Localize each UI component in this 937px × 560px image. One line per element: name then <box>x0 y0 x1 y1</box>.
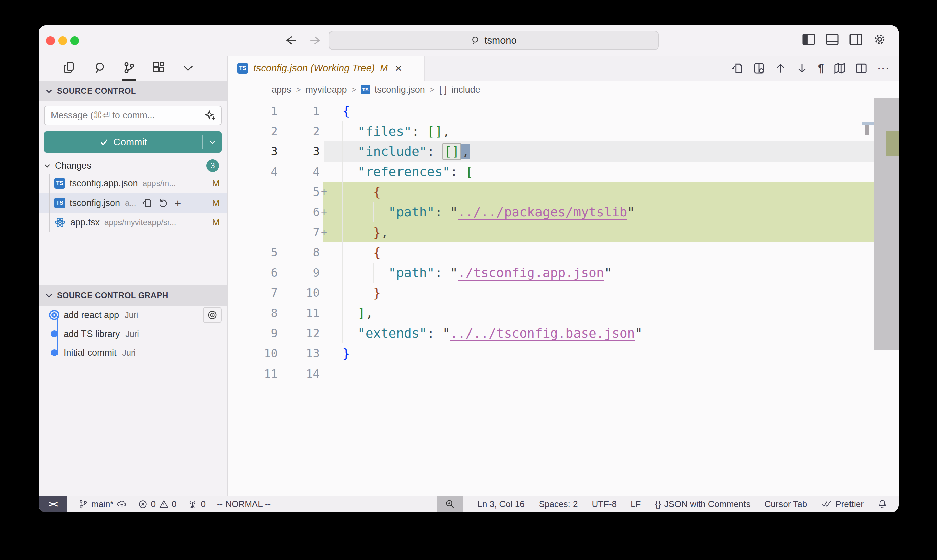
source-control-section-header[interactable]: SOURCE CONTROL <box>39 81 227 101</box>
breadcrumb-apps[interactable]: apps <box>272 85 291 95</box>
line-highlight <box>324 363 874 384</box>
code-line-11[interactable]: 811], <box>228 303 899 323</box>
notifications-bell-icon[interactable] <box>878 499 887 509</box>
token-punc: " <box>442 326 450 341</box>
generate-commit-message-sparkle-icon[interactable] <box>205 110 216 122</box>
toggle-primary-sidebar-icon[interactable] <box>802 34 815 45</box>
encoding-item[interactable]: UTF-8 <box>592 499 617 509</box>
next-change-arrow-icon[interactable] <box>796 63 808 74</box>
code-line-6[interactable]: 6+"path": "../../packages/mytslib" <box>228 202 899 222</box>
source-control-graph-header[interactable]: SOURCE CONTROL GRAPH <box>39 285 227 306</box>
indentation-item[interactable]: Spaces: 2 <box>539 499 578 509</box>
code-line-3[interactable]: 33"include": [], <box>228 142 899 162</box>
command-center-search[interactable]: tsmono <box>329 31 659 50</box>
file-path: apps/m... <box>143 179 176 188</box>
added-line-plus <box>320 303 328 323</box>
indent-guide <box>342 242 358 263</box>
remote-indicator[interactable]: >< <box>39 496 67 512</box>
indent-guide <box>358 202 373 222</box>
code-line-1[interactable]: 11{ <box>228 101 899 121</box>
settings-gear-icon[interactable] <box>873 33 886 46</box>
minimize-window-button[interactable] <box>58 36 67 45</box>
commit-button[interactable]: Commit <box>44 131 222 153</box>
cursor-position-item[interactable]: Ln 3, Col 16 <box>478 499 525 509</box>
more-views-chevron-icon[interactable] <box>182 55 195 81</box>
editor-scrollbar[interactable] <box>874 98 899 350</box>
token-b2: [ <box>465 164 473 179</box>
code-line-4[interactable]: 44"references": [ <box>228 162 899 182</box>
changes-section-header[interactable]: Changes 3 <box>39 157 227 174</box>
formatter-item[interactable]: Prettier <box>821 499 864 509</box>
old-line-number: 3 <box>228 142 278 162</box>
previous-change-arrow-icon[interactable] <box>775 63 786 74</box>
branch-status-item[interactable]: main* <box>78 499 127 509</box>
new-line-number: 1 <box>278 101 320 121</box>
forward-arrow-icon[interactable] <box>309 35 322 46</box>
ports-count: 0 <box>201 499 205 509</box>
explorer-icon[interactable] <box>63 55 76 81</box>
whitespace-pilcrow-icon[interactable]: ¶ <box>818 62 824 75</box>
indent-guide <box>342 222 358 242</box>
back-arrow-icon[interactable] <box>285 35 297 46</box>
old-line-number: 7 <box>228 283 278 303</box>
eol-item[interactable]: LF <box>631 499 641 509</box>
file-row-tsconfig.app.json[interactable]: TStsconfig.app.jsonapps/m...M <box>39 174 227 193</box>
file-row-app.tsx[interactable]: app.tsxapps/myviteapp/sr...M <box>39 213 227 232</box>
breadcrumb-include[interactable]: include <box>451 85 480 95</box>
extensions-icon[interactable] <box>152 55 165 81</box>
search-sidebar-icon[interactable] <box>92 55 106 81</box>
indent-guide <box>358 222 373 242</box>
tab-close-icon[interactable]: × <box>395 62 402 75</box>
toggle-panel-icon[interactable] <box>826 34 839 45</box>
language-name: JSON with Comments <box>665 499 751 509</box>
source-control-title: SOURCE CONTROL <box>57 86 136 95</box>
open-changes-icon[interactable] <box>732 63 743 74</box>
close-window-button[interactable] <box>46 36 55 45</box>
code-editor[interactable]: 11{22"files": [],33"include": [],44"refe… <box>228 98 899 496</box>
commit-message-input[interactable] <box>44 106 222 125</box>
breadcrumb-tsconfig[interactable]: tsconfig.json <box>375 85 425 95</box>
problems-status-item[interactable]: 0 0 <box>138 499 176 509</box>
split-editor-icon[interactable] <box>855 63 867 74</box>
ports-status-item[interactable]: 0 <box>188 499 205 509</box>
code-line-14[interactable]: 1114 <box>228 363 899 384</box>
token-b1: { <box>342 104 350 118</box>
commit-row[interactable]: Initial commitJuri <box>39 343 227 362</box>
zoom-status-item[interactable] <box>437 496 463 512</box>
code-line-13[interactable]: 1013} <box>228 343 899 363</box>
source-control-icon[interactable] <box>122 55 135 81</box>
code-line-7[interactable]: 7+}, <box>228 222 899 242</box>
more-actions-icon[interactable]: ⋯ <box>877 61 889 75</box>
token-key: "references" <box>358 164 450 179</box>
modified-badge: M <box>212 198 220 208</box>
branch-icon <box>78 499 88 509</box>
code-line-9[interactable]: 69"path": "./tsconfig.app.json" <box>228 263 899 283</box>
goto-ref-button[interactable] <box>203 307 222 323</box>
vim-mode-indicator[interactable]: -- NORMAL -- <box>217 499 271 509</box>
commit-row[interactable]: add react appJuri <box>39 306 227 325</box>
open-file-icon[interactable] <box>142 198 152 208</box>
cursor-tab-item[interactable]: Cursor Tab <box>765 499 808 509</box>
old-line-number: 6 <box>228 263 278 283</box>
added-line-plus <box>320 142 328 162</box>
commit-dropdown-button[interactable] <box>202 135 222 149</box>
code-line-8[interactable]: 58{ <box>228 242 899 263</box>
stage-changes-plus-icon[interactable]: + <box>174 198 181 208</box>
new-line-number: 12 <box>278 323 320 343</box>
file-row-tsconfig.json[interactable]: TStsconfig.jsona...+M <box>39 193 227 213</box>
discard-changes-icon[interactable] <box>158 198 168 208</box>
code-line-2[interactable]: 22"files": [], <box>228 121 899 142</box>
toggle-secondary-sidebar-icon[interactable] <box>849 34 862 45</box>
inline-diff-view-icon[interactable] <box>753 63 765 74</box>
code-line-10[interactable]: 710} <box>228 283 899 303</box>
code-line-5[interactable]: 5+{ <box>228 182 899 202</box>
breadcrumb-myviteapp[interactable]: myviteapp <box>306 85 347 95</box>
commit-row[interactable]: add TS libraryJuri <box>39 325 227 343</box>
map-icon[interactable] <box>834 63 845 74</box>
maximize-window-button[interactable] <box>70 36 79 45</box>
code-line-12[interactable]: 912"extends": "../../tsconfig.base.json" <box>228 323 899 343</box>
language-mode-item[interactable]: {} JSON with Comments <box>655 499 750 509</box>
tab-tsconfig-working-tree[interactable]: TS tsconfig.json (Working Tree) M × <box>228 55 425 81</box>
token-punc: " <box>450 205 458 219</box>
line-content: "files": [], <box>342 121 450 142</box>
